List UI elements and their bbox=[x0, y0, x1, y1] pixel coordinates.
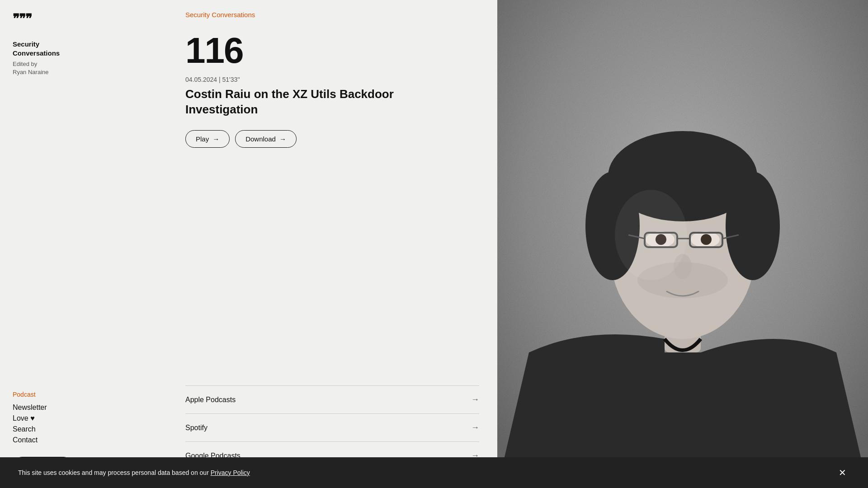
photo-area bbox=[497, 0, 868, 488]
svg-point-19 bbox=[615, 190, 687, 280]
person-photo bbox=[497, 0, 868, 488]
privacy-policy-link[interactable]: Privacy Policy bbox=[211, 469, 250, 476]
play-button[interactable]: Play → bbox=[185, 130, 230, 148]
spotify-link[interactable]: Spotify → bbox=[185, 414, 479, 442]
svg-point-7 bbox=[726, 172, 780, 280]
logo[interactable]: ❞❞❞ bbox=[13, 13, 155, 25]
spotify-arrow-icon: → bbox=[471, 423, 479, 432]
sidebar-item-newsletter[interactable]: Newsletter bbox=[13, 404, 155, 412]
cookie-close-button[interactable]: ✕ bbox=[835, 465, 850, 480]
episode-duration: 51'33'' bbox=[222, 76, 240, 83]
main-content: Security Conversations 116 04.05.2024 | … bbox=[167, 0, 497, 488]
download-button[interactable]: Download → bbox=[235, 130, 297, 148]
logo-symbol: ❞❞❞ bbox=[13, 12, 32, 26]
spotify-label: Spotify bbox=[185, 424, 208, 432]
episode-title: Costin Raiu on the XZ Utils Backdoor Inv… bbox=[185, 87, 439, 117]
sidebar-item-search[interactable]: Search bbox=[13, 425, 155, 433]
svg-point-17 bbox=[701, 234, 712, 245]
apple-podcasts-label: Apple Podcasts bbox=[185, 396, 236, 404]
sidebar-spacer bbox=[13, 76, 155, 391]
main-top: Security Conversations 116 04.05.2024 | … bbox=[167, 0, 497, 148]
sidebar-item-contact[interactable]: Contact bbox=[13, 436, 155, 444]
apple-podcasts-arrow-icon: → bbox=[471, 395, 479, 404]
cookie-text: This site uses cookies and may process p… bbox=[18, 469, 250, 476]
site-title: SecurityConversations bbox=[13, 40, 155, 57]
episode-number: 116 bbox=[185, 33, 479, 69]
sidebar: ❞❞❞ SecurityConversations Edited by Ryan… bbox=[0, 0, 167, 488]
episode-date: 04.05.2024 bbox=[185, 76, 217, 83]
breadcrumb[interactable]: Security Conversations bbox=[185, 11, 255, 19]
sidebar-nav: Newsletter Love ♥ Search Contact bbox=[13, 404, 155, 444]
apple-podcasts-link[interactable]: Apple Podcasts → bbox=[185, 386, 479, 414]
edited-by-label: Edited by Ryan Naraine bbox=[13, 60, 155, 76]
cookie-banner: This site uses cookies and may process p… bbox=[0, 457, 868, 488]
podcast-section-label: Podcast bbox=[13, 391, 155, 398]
action-buttons: Play → Download → bbox=[185, 130, 479, 148]
site-name: SecurityConversations Edited by Ryan Nar… bbox=[13, 40, 155, 76]
download-arrow-icon: → bbox=[279, 135, 286, 143]
sidebar-item-love[interactable]: Love ♥ bbox=[13, 414, 155, 422]
meta-separator: | bbox=[219, 76, 222, 83]
episode-meta: 04.05.2024 | 51'33'' bbox=[185, 76, 479, 83]
page-layout: ❞❞❞ SecurityConversations Edited by Ryan… bbox=[0, 0, 868, 488]
play-arrow-icon: → bbox=[212, 135, 219, 143]
